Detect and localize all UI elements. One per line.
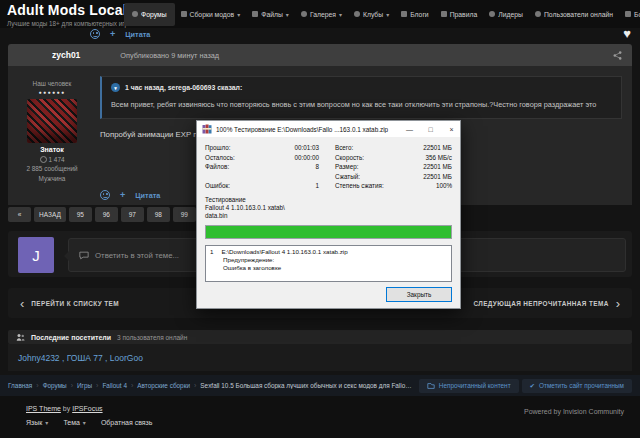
nav-item-gallery[interactable]: Галерея ▾ (295, 7, 348, 22)
breadcrumb-games[interactable]: Игры (77, 382, 92, 389)
close-button[interactable]: Закрыть (386, 287, 452, 302)
site-footer: IPS Theme by IPSFocus Язык▾ Тема▾ Обратн… (0, 396, 640, 438)
stat-label: Осталось: (205, 153, 263, 163)
multiquote-button[interactable]: + (110, 30, 115, 39)
log-index: 1 (210, 248, 213, 256)
stat-label: Сжатый: (335, 172, 405, 182)
nav-item-mod-builds[interactable]: Сборки модов ▾ (175, 7, 247, 22)
gallery-icon (301, 11, 307, 17)
ipsfocus-link[interactable]: IPSFocus (72, 405, 102, 412)
visitor-link[interactable]: Johny4232 (18, 353, 60, 363)
powered-by-link[interactable]: Powered by Invision Community (524, 408, 624, 415)
mark-site-read-button[interactable]: ✔ Отметить сайт прочитанным (522, 379, 632, 393)
back-button[interactable]: НАЗАД (34, 207, 66, 222)
post-author-link[interactable]: zych01 (52, 50, 80, 60)
post-actions: + Цитата (100, 190, 160, 200)
nav-item-forums[interactable]: Форумы (124, 3, 175, 26)
page-button-97[interactable]: 97 (121, 207, 144, 222)
reputation-count: 1 474 (49, 156, 65, 163)
next-unread-topic-link[interactable]: СЛЕДУЮЩАЯ НЕПРОЧИТАННАЯ ТЕМА › (473, 297, 620, 310)
visitor-link[interactable]: ГОША 77 (67, 353, 103, 363)
page-button-98[interactable]: 98 (147, 207, 170, 222)
nav-label: Форумы (141, 11, 167, 18)
react-smiley-icon[interactable] (100, 190, 110, 200)
multiquote-button[interactable]: + (120, 191, 125, 200)
quote-button[interactable]: Цитата (135, 191, 160, 200)
back-to-topic-list-link[interactable]: ‹ ПЕРЕЙТИ К СПИСКУ ТЕМ (20, 297, 119, 310)
rank-pips: ●●●●●● (8, 89, 96, 95)
mark-site-read-label: Отметить сайт прочитанным (539, 382, 624, 389)
language-select[interactable]: Язык▾ (26, 419, 48, 426)
page-button-99[interactable]: 99 (173, 207, 196, 222)
visitors-icon (16, 333, 25, 341)
nav-label: Клубы (363, 11, 383, 18)
close-window-button[interactable]: × (443, 121, 460, 137)
breadcrumb-separator: › (131, 382, 133, 389)
diagnostic-log-list[interactable]: 1 E:\Downloads\Fallout 4 1.10.163.0.1 xa… (205, 245, 452, 282)
current-operation: Тестирование Fallout 4 1.10.163.0.1 xata… (205, 196, 452, 221)
visitor-separator: , (103, 353, 110, 363)
react-smiley-icon[interactable] (90, 29, 100, 39)
minimize-button[interactable]: — (401, 121, 418, 137)
theme-select[interactable]: Тема▾ (63, 419, 86, 426)
breadcrumb-author-builds[interactable]: Авторские сборки (137, 382, 190, 389)
page-button-95[interactable]: 95 (69, 207, 92, 222)
breadcrumb-fallout4[interactable]: Fallout 4 (102, 382, 127, 389)
quote-collapse-icon[interactable]: ▾ (111, 83, 120, 92)
ips-theme-link[interactable]: IPS Theme (26, 405, 61, 412)
author-message-count: 2 885 сообщений (8, 165, 96, 172)
chevron-down-icon: ▾ (286, 11, 289, 18)
nav-item-leaders[interactable]: Лидеры (483, 7, 529, 22)
stat-value: 00:00:00 (263, 153, 319, 163)
theme-credit: IPS Theme by IPSFocus (26, 405, 103, 412)
quote-attribution: 1 час назад, serega-060693 сказал: (125, 84, 242, 91)
stat-row: Сжатый:22501 МБ (205, 172, 452, 182)
quote-button[interactable]: Цитата (125, 30, 150, 39)
mod-builds-icon (181, 11, 187, 17)
reply-avatar: J (18, 237, 54, 273)
feedback-link[interactable]: Обратная связь (101, 419, 153, 426)
check-icon: ✔ (530, 382, 535, 390)
chevron-left-icon: ‹ (20, 297, 24, 310)
winrar-test-dialog: 100% Тестирование E:\Downloads\Fallo ...… (196, 120, 461, 309)
page-button-96[interactable]: 96 (95, 207, 118, 222)
current-file-name: data.bin (205, 212, 452, 220)
winrar-icon (202, 124, 212, 134)
breadcrumb-separator: › (36, 382, 38, 389)
quote-block: ▾ 1 час назад, serega-060693 сказал: Все… (100, 76, 622, 119)
language-label: Язык (26, 419, 42, 426)
author-panel: Наш человек ●●●●●● Знаток 1 474 2 885 со… (8, 66, 96, 205)
maximize-button[interactable]: □ (422, 121, 439, 137)
dialog-titlebar[interactable]: 100% Тестирование E:\Downloads\Fallo ...… (197, 121, 460, 137)
first-page-button[interactable]: « (8, 207, 31, 222)
feedback-label: Обратная связь (101, 419, 153, 426)
breadcrumb-separator: › (194, 382, 196, 389)
chevron-down-icon: ▾ (386, 11, 389, 18)
share-icon[interactable] (613, 51, 622, 60)
unread-content-icon (427, 382, 435, 390)
author-avatar[interactable] (27, 99, 77, 143)
breadcrumb-home[interactable]: Главная (8, 382, 32, 389)
nav-item-files[interactable]: Файлы ▾ (246, 7, 295, 22)
nav-item-blogs[interactable]: Блоги (395, 7, 434, 22)
stat-value: 00:01:03 (263, 143, 319, 153)
breadcrumb: Главная › Форумы › Игры › Fallout 4 › Ав… (0, 375, 640, 396)
visitor-link[interactable]: LoorGoo (110, 353, 143, 363)
dialog-body: Прошло:00:01:03 Всего:22501 МБ Осталось:… (197, 137, 460, 308)
stat-label: Всего: (335, 143, 405, 153)
nav-item-clubs[interactable]: Клубы ▾ (348, 7, 395, 22)
nav-item-rules[interactable]: Правила (435, 7, 484, 22)
nav-item-online-users[interactable]: Пользователи онлайн (529, 7, 619, 22)
visitor-separator: , (60, 353, 67, 363)
nav-label: Файлы (261, 11, 283, 18)
unread-content-button[interactable]: Непрочитанный контент (419, 379, 519, 393)
nav-item-more[interactable]: Больше ▾ (619, 7, 640, 22)
stat-label: Степень сжатия: (335, 181, 405, 191)
reputation-icon (40, 156, 47, 163)
heart-reaction-icon[interactable]: ♥ (623, 26, 631, 41)
stat-row: Файлов:8 Размер:22501 МБ (205, 162, 452, 172)
breadcrumb-forums[interactable]: Форумы (43, 382, 67, 389)
test-progress-bar (205, 225, 452, 239)
author-reputation: 1 474 (8, 156, 96, 163)
visitors-list: Johny4232 , ГОША 77 , LoorGoo (8, 344, 632, 371)
